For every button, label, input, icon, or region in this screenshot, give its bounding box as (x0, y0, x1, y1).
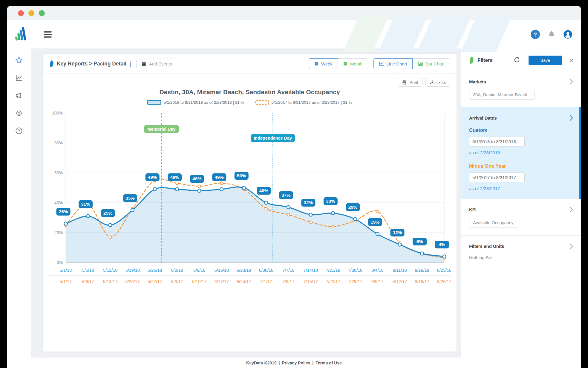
download-icon (430, 80, 435, 85)
week-toggle-button[interactable]: Week (309, 58, 338, 69)
print-button[interactable]: Print (398, 78, 422, 87)
announcements-megaphone-icon[interactable] (14, 91, 24, 101)
main-area: Key Reports > Pacing Detail | Add Events… (31, 48, 461, 358)
svg-text:26%: 26% (59, 209, 68, 214)
privacy-policy-link[interactable]: Privacy Policy (282, 361, 310, 365)
x-label-2017: 5/27/17 (148, 279, 162, 284)
x-label-2017: 5/1/17 (60, 279, 72, 284)
x-label-2018: 8/11/18 (393, 268, 407, 273)
help-circle-icon[interactable]: ? (14, 126, 24, 136)
minus-asof-link[interactable]: as of 2/28/2017 (469, 186, 500, 191)
notifications-bell-icon[interactable] (547, 30, 556, 39)
data-label: 6% (413, 238, 427, 245)
zoom-window-button[interactable] (39, 10, 45, 16)
custom-asof-link[interactable]: as of 2/28/2018 (469, 150, 500, 155)
svg-text:37%: 37% (281, 193, 290, 198)
data-label: 48% (190, 175, 204, 183)
markets-chip: 30A, Destin, Miramar Beach... (469, 90, 535, 100)
current-year-point (198, 189, 201, 193)
previous-year-point (198, 185, 201, 188)
chart-type-toggle-group: Line Chart Bar Chart (373, 58, 450, 69)
current-year-point (220, 188, 223, 191)
refresh-icon[interactable] (514, 57, 520, 64)
line-chart-label: Line Chart (387, 61, 407, 66)
x-label-2017: 6/3/17 (171, 279, 183, 284)
report-leaf-icon (49, 60, 54, 68)
previous-year-point (109, 236, 112, 239)
x-label-2017: 7/15/17 (304, 279, 318, 284)
data-label: 37% (279, 191, 293, 199)
close-icon[interactable]: × (569, 57, 574, 64)
favorites-star-icon[interactable] (14, 56, 24, 66)
line-chart-toggle-button[interactable]: Line Chart (373, 58, 413, 69)
arrival-dates-header[interactable]: Arrival Dates (469, 115, 573, 121)
x-label-2017: 8/12/17 (393, 279, 407, 284)
markets-header[interactable]: Markets (469, 79, 573, 85)
chart-legend: 5/1/2018 to 8/31/2018 as of 2/28/2018 | … (43, 100, 457, 105)
minus-one-year-label: Minus One Year (469, 163, 573, 169)
bar-chart-toggle-button[interactable]: Bar Chart (412, 58, 450, 69)
minimize-window-button[interactable] (28, 10, 34, 16)
keydata-logo-icon[interactable] (14, 25, 29, 44)
x-label-2017: 6/24/17 (237, 279, 251, 284)
current-year-point (398, 243, 401, 246)
data-label: 31% (79, 200, 93, 208)
xlsx-download-button[interactable]: .xlsx (425, 78, 450, 87)
terms-of-use-link[interactable]: Terms of Use (316, 361, 342, 365)
x-label-2017: 6/10/17 (192, 279, 206, 284)
current-year-point (287, 206, 290, 209)
save-button[interactable]: Save (529, 56, 562, 65)
settings-gear-icon[interactable] (14, 109, 24, 119)
footer-copyright: KeyData ©2019 (246, 361, 276, 365)
svg-text:12%: 12% (393, 230, 402, 235)
chevron-right-icon (570, 79, 573, 85)
x-label-2017: 5/13/17 (103, 279, 117, 284)
footer-separator: | (312, 361, 313, 365)
markets-title: Markets (469, 79, 486, 84)
svg-text:49%: 49% (170, 175, 179, 180)
current-year-point (264, 201, 268, 204)
reports-line-chart-icon[interactable] (14, 73, 24, 83)
kpi-header[interactable]: KPI (469, 207, 573, 213)
current-year-point (376, 233, 379, 236)
x-label-2018: 6/9/18 (193, 268, 205, 273)
xlsx-label: .xlsx (437, 80, 446, 85)
menu-icon[interactable] (42, 30, 53, 39)
svg-text:33%: 33% (326, 198, 335, 204)
svg-text:29%: 29% (348, 204, 357, 210)
pacing-line-chart: 0%20%40%60%80%100%Memorial DayIndependen… (48, 109, 451, 287)
chart-title: Destin, 30A, Miramar Beach, Sandestin Av… (43, 88, 457, 96)
svg-text:Independence Day: Independence Day (254, 136, 292, 141)
x-label-2018: 7/28/18 (348, 268, 362, 273)
custom-range-input[interactable] (469, 137, 525, 146)
svg-text:25%: 25% (103, 210, 112, 216)
svg-text:4%: 4% (439, 242, 445, 247)
legend-swatch-dashed (255, 100, 269, 105)
svg-text:19%: 19% (370, 219, 379, 225)
calendar-icon (141, 61, 146, 66)
add-events-button[interactable]: Add Events (136, 59, 177, 69)
current-year-point (64, 222, 68, 225)
data-label: 26% (56, 208, 71, 216)
current-year-point (353, 218, 357, 221)
x-label-2018: 6/2/18 (171, 268, 183, 273)
x-label-2018: 6/30/18 (259, 268, 273, 273)
kpi-title: KPI (469, 207, 477, 212)
data-label: 25% (101, 209, 115, 217)
minus-range-input[interactable] (469, 172, 525, 182)
x-label-2017: 8/26/17 (437, 279, 451, 284)
data-label: 35% (123, 194, 137, 202)
printer-icon (402, 80, 407, 85)
help-icon[interactable]: ? (531, 30, 540, 39)
x-label-2018: 5/19/18 (125, 268, 140, 273)
close-window-button[interactable] (18, 10, 24, 16)
filters-and-units-value: Nothing Set (469, 255, 573, 260)
legend-previous-label: 5/1/2017 to 8/31/2017 as of 2/28/2017 | … (272, 100, 352, 105)
filters-and-units-header[interactable]: Filters and Units (469, 243, 573, 249)
user-avatar[interactable] (563, 30, 572, 39)
filters-title: Filters (477, 57, 493, 63)
current-year-point (153, 188, 157, 191)
month-toggle-button[interactable]: Month (338, 58, 368, 69)
x-label-2018: 7/21/18 (326, 268, 340, 273)
add-events-label: Add Events (149, 61, 172, 66)
